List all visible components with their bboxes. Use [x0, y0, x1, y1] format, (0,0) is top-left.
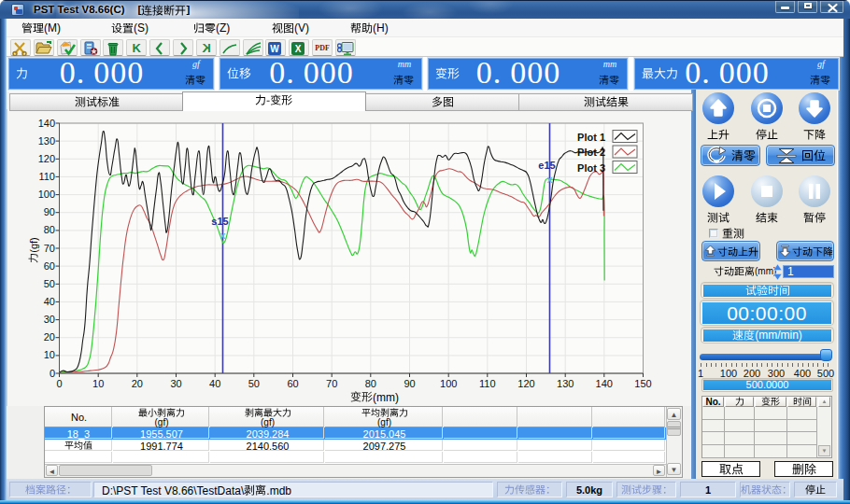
svg-text:140: 140 [596, 378, 613, 389]
svg-text:80: 80 [365, 378, 376, 389]
svg-text:80: 80 [44, 224, 55, 235]
svg-text:60: 60 [44, 260, 55, 272]
svg-text:130: 130 [38, 135, 55, 147]
svg-text:X: X [295, 44, 302, 54]
svg-text:20: 20 [44, 331, 55, 343]
svg-text:90: 90 [44, 206, 55, 217]
svg-text:70: 70 [326, 378, 337, 389]
svg-text:W: W [271, 44, 280, 54]
svg-text:110: 110 [479, 378, 496, 389]
svg-text:0: 0 [50, 368, 55, 379]
svg-text:50: 50 [44, 278, 55, 289]
svg-text:20: 20 [132, 378, 143, 389]
svg-text:140: 140 [38, 118, 55, 129]
svg-text:x: x [547, 175, 553, 185]
svg-text:130: 130 [557, 378, 574, 389]
svg-text:150: 150 [634, 378, 651, 389]
svg-text:e15: e15 [538, 160, 555, 171]
svg-text:100: 100 [38, 189, 55, 200]
svg-text:110: 110 [38, 171, 55, 182]
svg-text:40: 40 [209, 378, 220, 389]
svg-text:0: 0 [56, 378, 62, 389]
svg-text:40: 40 [44, 296, 55, 307]
svg-text:60: 60 [287, 378, 298, 389]
svg-text:100: 100 [440, 378, 457, 389]
svg-text:30: 30 [170, 378, 181, 389]
svg-text:90: 90 [404, 378, 415, 389]
svg-text:Plot 3: Plot 3 [577, 162, 605, 174]
svg-text:Plot 2: Plot 2 [577, 147, 605, 158]
svg-text:120: 120 [38, 153, 55, 164]
svg-text:50: 50 [248, 378, 260, 389]
svg-text:10: 10 [92, 378, 104, 389]
svg-text:Plot 1: Plot 1 [577, 132, 605, 143]
svg-text:10: 10 [44, 349, 55, 360]
svg-text:30: 30 [44, 314, 55, 325]
svg-text:s15: s15 [211, 216, 228, 227]
svg-text:70: 70 [44, 243, 55, 254]
svg-text:x: x [220, 231, 226, 241]
svg-text:120: 120 [517, 378, 534, 389]
